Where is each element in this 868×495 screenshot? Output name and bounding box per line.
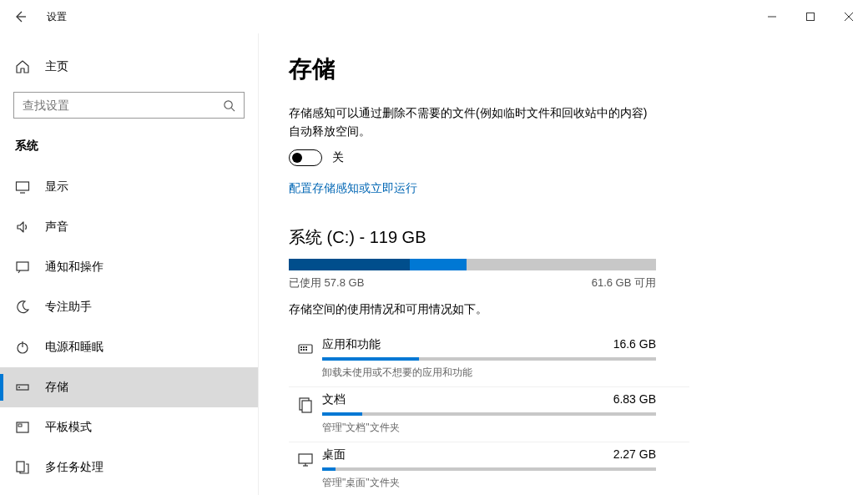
search-container (0, 83, 258, 130)
storage-sense-description: 存储感知可以通过删除不需要的文件(例如临时文件和回收站中的内容) 自动释放空间。 (289, 104, 656, 141)
minimize-icon (768, 13, 776, 21)
app-title: 设置 (40, 10, 67, 24)
svg-rect-18 (302, 401, 311, 412)
tablet-icon (15, 420, 30, 435)
sidebar-section-label: 系统 (0, 130, 258, 162)
apps-icon (289, 337, 322, 380)
sidebar: 主页 系统 显示 声音 通知和操作 专注助手 电源和睡眠 (0, 33, 259, 495)
category-name: 桌面 (322, 447, 346, 462)
category-desktop[interactable]: 桌面 2.27 GB 管理"桌面"文件夹 (289, 442, 689, 495)
search-box[interactable] (13, 92, 245, 119)
toggle-knob (292, 153, 302, 163)
sidebar-item-display[interactable]: 显示 (0, 167, 258, 207)
titlebar: 设置 (0, 0, 868, 33)
drive-free-label: 61.6 GB 可用 (592, 275, 656, 290)
svg-rect-12 (303, 346, 305, 348)
sidebar-item-power[interactable]: 电源和睡眠 (0, 327, 258, 367)
category-documents[interactable]: 文档 6.83 GB 管理"文档"文件夹 (289, 387, 689, 442)
sidebar-item-tablet[interactable]: 平板模式 (0, 407, 258, 447)
sidebar-item-label: 专注助手 (45, 300, 92, 315)
drive-used-label: 已使用 57.8 GB (289, 275, 364, 290)
page-title: 存储 (289, 53, 868, 85)
svg-rect-2 (17, 182, 29, 190)
back-button[interactable] (0, 0, 40, 33)
configure-storage-sense-link[interactable]: 配置存储感知或立即运行 (289, 181, 417, 196)
category-hint: 管理"桌面"文件夹 (322, 476, 689, 490)
category-name: 应用和功能 (322, 337, 381, 352)
svg-rect-19 (299, 454, 312, 463)
sidebar-item-focus-assist[interactable]: 专注助手 (0, 287, 258, 327)
sidebar-item-label: 多任务处理 (45, 460, 103, 475)
drive-usage-legend: 已使用 57.8 GB 61.6 GB 可用 (289, 275, 656, 290)
category-bar (322, 357, 656, 361)
desktop-icon (289, 447, 322, 490)
usage-intro-text: 存储空间的使用情况和可用情况如下。 (289, 302, 868, 317)
sidebar-item-multitask[interactable]: 多任务处理 (0, 447, 258, 487)
notification-icon (15, 260, 30, 275)
drive-usage-segment-dark (289, 259, 410, 270)
svg-rect-0 (807, 13, 815, 21)
drive-usage-bar (289, 259, 656, 270)
svg-rect-9 (17, 462, 24, 472)
category-bar (322, 412, 656, 416)
monitor-icon (15, 179, 30, 194)
close-icon (845, 13, 853, 21)
storage-icon (15, 380, 30, 395)
sound-icon (15, 220, 30, 235)
sidebar-home-label: 主页 (45, 59, 68, 74)
sidebar-item-label: 声音 (45, 220, 68, 235)
sidebar-item-label: 通知和操作 (45, 260, 103, 275)
svg-rect-3 (17, 262, 28, 270)
drive-usage-segment-light (410, 259, 467, 270)
window-close-button[interactable] (830, 0, 868, 33)
sidebar-item-label: 存储 (45, 380, 68, 395)
storage-sense-toggle[interactable] (289, 149, 322, 166)
category-hint: 卸载未使用或不想要的应用和功能 (322, 366, 689, 380)
search-input[interactable] (14, 93, 214, 118)
arrow-left-icon (13, 10, 27, 23)
storage-sense-toggle-row: 关 (289, 149, 868, 166)
svg-rect-14 (300, 349, 302, 351)
sidebar-item-notifications[interactable]: 通知和操作 (0, 247, 258, 287)
sidebar-home[interactable]: 主页 (0, 50, 258, 83)
content-pane: 存储 存储感知可以通过删除不需要的文件(例如临时文件和回收站中的内容) 自动释放… (259, 33, 868, 495)
sidebar-item-label: 平板模式 (45, 420, 92, 435)
window-minimize-button[interactable] (753, 0, 791, 33)
sidebar-nav-list: 显示 声音 通知和操作 专注助手 电源和睡眠 存储 平板模式 多 (0, 167, 258, 487)
power-icon (15, 340, 30, 355)
sidebar-item-storage[interactable]: 存储 (0, 367, 258, 407)
documents-icon (289, 392, 322, 435)
sidebar-item-sound[interactable]: 声音 (0, 207, 258, 247)
svg-point-6 (18, 386, 20, 388)
drive-title: 系统 (C:) - 119 GB (289, 226, 868, 249)
category-size: 16.6 GB (613, 337, 656, 352)
svg-rect-8 (18, 424, 22, 427)
maximize-icon (806, 13, 815, 21)
svg-rect-11 (300, 346, 302, 348)
category-bar (322, 467, 656, 471)
category-size: 6.83 GB (613, 392, 656, 407)
category-name: 文档 (322, 392, 346, 407)
multitask-icon (15, 460, 30, 475)
category-apps[interactable]: 应用和功能 16.6 GB 卸载未使用或不想要的应用和功能 (289, 332, 689, 387)
sidebar-item-label: 电源和睡眠 (45, 340, 103, 355)
window-maximize-button[interactable] (791, 0, 830, 33)
svg-rect-13 (305, 346, 307, 348)
home-icon (15, 59, 30, 74)
svg-rect-16 (305, 349, 307, 351)
sidebar-item-label: 显示 (45, 179, 68, 194)
toggle-state-label: 关 (332, 150, 344, 165)
search-icon (214, 99, 244, 112)
svg-rect-15 (303, 349, 305, 351)
category-size: 2.27 GB (613, 447, 656, 462)
svg-point-1 (224, 100, 231, 108)
category-hint: 管理"文档"文件夹 (322, 421, 689, 435)
moon-icon (15, 300, 30, 315)
